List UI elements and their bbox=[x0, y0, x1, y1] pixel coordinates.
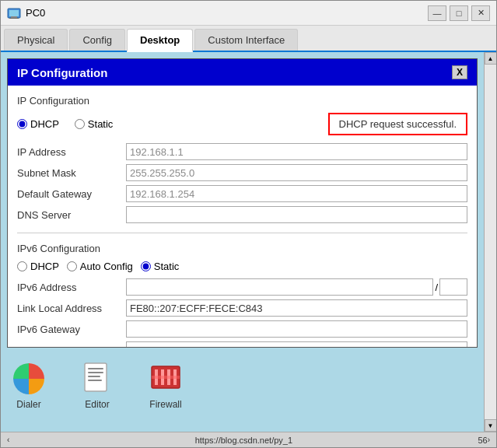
editor-label: Editor bbox=[85, 399, 109, 410]
subnet-mask-input[interactable] bbox=[126, 164, 467, 181]
statusbar-page: 56 bbox=[478, 436, 487, 445]
firewall-icon bbox=[147, 360, 184, 397]
statusbar-right-arrow[interactable]: › bbox=[488, 436, 490, 444]
ipv6-gateway-input[interactable] bbox=[126, 320, 467, 338]
svg-rect-15 bbox=[152, 376, 180, 379]
ip-config-body: IP Configuration DHCP Static bbox=[8, 86, 477, 348]
dns-server-row: DNS Server bbox=[17, 206, 467, 223]
window-icon bbox=[7, 6, 21, 20]
ipv6-static-radio[interactable] bbox=[141, 261, 151, 271]
subnet-mask-row: Subnet Mask bbox=[17, 164, 467, 181]
svg-rect-6 bbox=[88, 368, 103, 369]
ipv6-dhcp-radio-label[interactable]: DHCP bbox=[17, 261, 59, 272]
ipv6-gateway-label: IPv6 Gateway bbox=[17, 324, 126, 335]
statusbar: ‹ https://blog.csdn.net/py_1 56 › bbox=[1, 432, 496, 447]
svg-rect-3 bbox=[9, 18, 19, 19]
tab-bar: Physical Config Desktop Custom Interface bbox=[1, 26, 496, 52]
window-controls: — □ ✕ bbox=[428, 5, 490, 21]
ipv6-section: IPv6 Configuration DHCP Auto Config bbox=[17, 233, 467, 348]
ipv6-dns-row: IPv6 DNS Server bbox=[17, 341, 467, 348]
editor-icon bbox=[79, 360, 116, 397]
content-area: IP Configuration X IP Configuration DHCP bbox=[1, 52, 496, 432]
ipv6-address-input[interactable] bbox=[126, 278, 433, 296]
dhcp-label: DHCP bbox=[30, 118, 59, 130]
statusbar-url: https://blog.csdn.net/py_1 bbox=[9, 436, 478, 445]
dns-server-input[interactable] bbox=[126, 206, 467, 223]
minimize-button[interactable]: — bbox=[428, 5, 446, 21]
svg-rect-2 bbox=[11, 16, 17, 18]
dhcp-row: DHCP Static DHCP request successful. bbox=[17, 113, 467, 135]
static-radio-label[interactable]: Static bbox=[75, 118, 114, 130]
bottom-icon-firewall[interactable]: Firewall bbox=[147, 360, 184, 410]
ipv6-dns-input[interactable] bbox=[126, 341, 467, 348]
prefix-length-input[interactable] bbox=[439, 278, 467, 296]
ip-address-input[interactable] bbox=[126, 143, 467, 160]
ipv6-dhcp-label: DHCP bbox=[30, 261, 59, 272]
tab-physical[interactable]: Physical bbox=[4, 29, 68, 51]
default-gateway-input[interactable] bbox=[126, 185, 467, 202]
bottom-bar: Dialer Editor bbox=[1, 354, 484, 432]
bottom-icons-row: Dialer Editor bbox=[1, 354, 484, 416]
ipv6-static-radio-label[interactable]: Static bbox=[141, 261, 180, 272]
window-title: PC0 bbox=[26, 7, 428, 19]
scrollbar-right: ▲ ▼ bbox=[484, 52, 496, 432]
tab-custom-interface[interactable]: Custom Interface bbox=[194, 29, 298, 51]
ipv6-dhcp-radio[interactable] bbox=[17, 261, 27, 271]
dhcp-status-box: DHCP request successful. bbox=[328, 113, 468, 135]
scroll-down-arrow[interactable]: ▼ bbox=[485, 419, 497, 432]
close-button[interactable]: ✕ bbox=[471, 5, 490, 21]
main-window: PC0 — □ ✕ Physical Config Desktop Custom… bbox=[0, 0, 497, 448]
tab-config[interactable]: Config bbox=[69, 29, 125, 51]
bottom-icon-dialer[interactable]: Dialer bbox=[10, 360, 47, 410]
static-radio[interactable] bbox=[75, 119, 85, 129]
link-local-row: Link Local Address bbox=[17, 299, 467, 317]
ip-config-section-label: IP Configuration bbox=[17, 95, 467, 107]
pie-chart-icon bbox=[10, 360, 47, 397]
scroll-track[interactable] bbox=[485, 65, 496, 419]
dns-server-label: DNS Server bbox=[17, 209, 126, 221]
ipv6-address-row: IPv6 Address / bbox=[17, 278, 467, 296]
firewall-label: Firewall bbox=[149, 399, 181, 410]
svg-rect-8 bbox=[88, 376, 100, 377]
ipv6-auto-label: Auto Config bbox=[80, 261, 133, 272]
link-local-input[interactable] bbox=[126, 299, 467, 317]
ipv6-radio-row: DHCP Auto Config Static bbox=[17, 261, 467, 272]
ip-config-title: IP Configuration bbox=[17, 66, 107, 79]
subnet-mask-label: Subnet Mask bbox=[17, 167, 126, 179]
svg-rect-1 bbox=[9, 10, 19, 16]
ip-address-label: IP Address bbox=[17, 146, 126, 158]
svg-rect-9 bbox=[88, 380, 102, 381]
maximize-button[interactable]: □ bbox=[450, 5, 468, 21]
ipv6-auto-radio[interactable] bbox=[67, 261, 77, 271]
dhcp-radio-label[interactable]: DHCP bbox=[17, 118, 59, 130]
link-local-label: Link Local Address bbox=[17, 303, 126, 314]
dhcp-radio[interactable] bbox=[17, 119, 27, 129]
ipv6-auto-radio-label[interactable]: Auto Config bbox=[67, 261, 133, 272]
ip-config-panel: IP Configuration X IP Configuration DHCP bbox=[7, 58, 478, 348]
radio-group-dhcp-static: DHCP Static bbox=[17, 118, 314, 130]
ip-config-close-button[interactable]: X bbox=[452, 65, 467, 79]
dhcp-status-text: DHCP request successful. bbox=[339, 118, 457, 130]
static-label: Static bbox=[88, 118, 114, 130]
ip-address-row: IP Address bbox=[17, 143, 467, 160]
ipv6-section-label: IPv6 Configuration bbox=[17, 243, 467, 254]
svg-rect-7 bbox=[88, 372, 103, 373]
scroll-up-arrow[interactable]: ▲ bbox=[485, 52, 497, 65]
tab-desktop[interactable]: Desktop bbox=[127, 29, 193, 52]
prefix-separator: / bbox=[433, 282, 439, 293]
title-bar: PC0 — □ ✕ bbox=[1, 1, 496, 26]
ipv6-static-label: Static bbox=[154, 261, 180, 272]
default-gateway-row: Default Gateway bbox=[17, 185, 467, 202]
bottom-icon-editor[interactable]: Editor bbox=[79, 360, 116, 410]
ipv6-dns-label: IPv6 DNS Server bbox=[17, 345, 126, 348]
dialer-label: Dialer bbox=[16, 399, 40, 410]
ip-config-header: IP Configuration X bbox=[8, 59, 477, 86]
main-panel: IP Configuration X IP Configuration DHCP bbox=[1, 52, 484, 432]
ipv6-gateway-row: IPv6 Gateway bbox=[17, 320, 467, 338]
default-gateway-label: Default Gateway bbox=[17, 188, 126, 200]
ipv6-address-label: IPv6 Address bbox=[17, 282, 126, 293]
